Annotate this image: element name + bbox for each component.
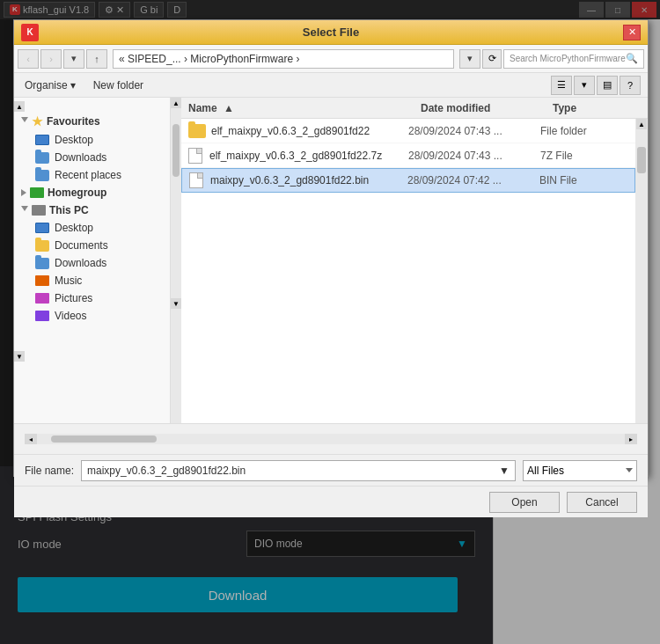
nav-scroll-down[interactable]: ▼ bbox=[171, 298, 181, 309]
filename-label: File name: bbox=[25, 465, 74, 477]
nav-item-desktop-fav[interactable]: Desktop bbox=[14, 131, 170, 149]
file-dialog: K Select File ✕ ‹ › ▾ ↑ « SIPEED_... › M… bbox=[13, 19, 649, 477]
search-box[interactable]: Search MicroPythonFirmware 🔍 bbox=[503, 49, 644, 69]
nav-scroll-up[interactable]: ▲ bbox=[171, 98, 181, 108]
pictures-icon bbox=[35, 293, 49, 304]
file-name-2: maixpy_v0.6.3_2_gd8901fd22.bin bbox=[210, 174, 407, 187]
recent-icon bbox=[35, 170, 49, 181]
back-btn[interactable]: ‹ bbox=[18, 49, 39, 69]
forward-icon: › bbox=[49, 54, 53, 64]
breadcrumb-bar[interactable]: « SIPEED_... › MicroPythonFirmware › bbox=[113, 49, 454, 69]
search-icon: 🔍 bbox=[626, 53, 638, 64]
documents-icon bbox=[35, 240, 49, 252]
file-type-2: BIN File bbox=[539, 174, 627, 187]
file-scrollbar-thumb[interactable] bbox=[637, 147, 646, 173]
dialog-close-btn[interactable]: ✕ bbox=[623, 25, 641, 40]
file-date-0: 28/09/2024 07:43 ... bbox=[408, 125, 540, 137]
breadcrumb-text: « SIPEED_... › MicroPythonFirmware › bbox=[119, 53, 299, 65]
downloads-pc-icon bbox=[35, 258, 49, 269]
filename-value: maixpy_v0.6.3_2_gd8901fd22.bin bbox=[87, 465, 246, 477]
horiz-scrollbar-thumb[interactable] bbox=[51, 435, 157, 443]
this-pc-label: This PC bbox=[49, 204, 89, 216]
col-type-header: Type bbox=[553, 102, 641, 114]
file-type-1: 7Z File bbox=[540, 150, 628, 162]
dropdown-nav-btn[interactable]: ▾ bbox=[63, 49, 84, 69]
this-pc-header[interactable]: This PC bbox=[14, 201, 170, 219]
music-icon bbox=[35, 275, 49, 286]
dialog-titlebar: K Select File ✕ bbox=[14, 20, 648, 45]
nav-item-videos[interactable]: Videos bbox=[14, 307, 170, 325]
search-placeholder: Search MicroPythonFirmware bbox=[510, 54, 626, 63]
filename-input[interactable]: maixpy_v0.6.3_2_gd8901fd22.bin ▼ bbox=[81, 460, 516, 481]
command-toolbar: Organise ▾ New folder ☰ ▾ ▤ ? bbox=[14, 73, 648, 98]
homegroup-header[interactable]: Homegroup bbox=[14, 184, 170, 201]
favourites-header[interactable]: ★ Favourites bbox=[14, 112, 170, 131]
scroll-down-arrow[interactable]: ▼ bbox=[14, 351, 25, 362]
file-name-1: elf_maixpy_v0.6.3_2_gd8901fd22.7z bbox=[209, 150, 408, 162]
file-list: elf_maixpy_v0.6.3_2_gd8901fd22 28/09/202… bbox=[181, 119, 635, 423]
forward-btn[interactable]: › bbox=[40, 49, 62, 69]
navigation-toolbar: ‹ › ▾ ↑ « SIPEED_... › MicroPythonFirmwa… bbox=[14, 45, 648, 73]
recent-label: Recent places bbox=[55, 169, 121, 181]
cancel-button[interactable]: Cancel bbox=[567, 492, 637, 513]
list-view-icon: ☰ bbox=[557, 79, 566, 91]
col-date-header: Date modified bbox=[421, 102, 553, 114]
file-vertical-scrollbar[interactable]: ▲ bbox=[635, 119, 648, 423]
dropdown-path-btn[interactable]: ▾ bbox=[459, 49, 480, 69]
table-row[interactable]: maixpy_v0.6.3_2_gd8901fd22.bin 28/09/202… bbox=[181, 168, 635, 193]
downloads-pc-label: Downloads bbox=[55, 257, 106, 269]
organise-dropdown-icon: ▾ bbox=[70, 79, 76, 91]
col-name-label: Name bbox=[188, 102, 217, 114]
nav-item-pictures[interactable]: Pictures bbox=[14, 289, 170, 307]
horizontal-scrollbar[interactable]: ◂ ▸ bbox=[25, 434, 637, 444]
preview-icon: ▤ bbox=[603, 79, 612, 91]
horizontal-scrollbar-bar: ◂ ▸ bbox=[14, 423, 648, 454]
up-icon: ↑ bbox=[94, 54, 99, 64]
file-date-1: 28/09/2024 07:43 ... bbox=[408, 150, 540, 162]
filename-row: File name: maixpy_v0.6.3_2_gd8901fd22.bi… bbox=[14, 454, 648, 486]
homegroup-icon bbox=[30, 187, 44, 198]
this-pc-expand-icon bbox=[21, 206, 28, 215]
nav-scrollbar[interactable]: ▲ ▼ bbox=[171, 98, 181, 423]
view-dropdown-btn[interactable]: ▾ bbox=[574, 76, 595, 95]
help-btn[interactable]: ? bbox=[620, 76, 641, 95]
dialog-logo: K bbox=[21, 24, 39, 41]
nav-item-downloads-pc[interactable]: Downloads bbox=[14, 254, 170, 272]
pictures-label: Pictures bbox=[55, 292, 92, 304]
view-buttons: ☰ ▾ ▤ ? bbox=[551, 76, 641, 95]
homegroup-expand-icon bbox=[21, 189, 26, 196]
new-folder-button[interactable]: New folder bbox=[86, 77, 150, 93]
nav-scrollbar-thumb[interactable] bbox=[172, 124, 180, 177]
horiz-scroll-right[interactable]: ▸ bbox=[625, 434, 637, 444]
nav-item-desktop-pc[interactable]: Desktop bbox=[14, 219, 170, 237]
favourites-star-icon: ★ bbox=[32, 114, 43, 128]
up-btn[interactable]: ↑ bbox=[86, 49, 107, 69]
file-type-0: File folder bbox=[540, 125, 628, 137]
videos-icon bbox=[35, 311, 49, 321]
organise-button[interactable]: Organise ▾ bbox=[21, 77, 79, 93]
filetype-select[interactable]: All Files bbox=[523, 460, 637, 481]
desktop-pc-icon bbox=[35, 223, 49, 233]
file-area: Name ▲ Date modified Type elf_maixpy_v0.… bbox=[181, 98, 648, 423]
preview-btn[interactable]: ▤ bbox=[597, 76, 618, 95]
table-row[interactable]: elf_maixpy_v0.6.3_2_gd8901fd22.7z 28/09/… bbox=[181, 143, 635, 168]
nav-item-recent[interactable]: Recent places bbox=[14, 166, 170, 184]
nav-item-downloads-fav[interactable]: Downloads bbox=[14, 149, 170, 166]
table-row[interactable]: elf_maixpy_v0.6.3_2_gd8901fd22 28/09/202… bbox=[181, 119, 635, 143]
horiz-scroll-left[interactable]: ◂ bbox=[25, 434, 37, 444]
dialog-body: ▲ ★ Favourites Desktop Downloads Recent … bbox=[14, 98, 648, 423]
doc-icon bbox=[189, 172, 203, 188]
documents-label: Documents bbox=[55, 239, 108, 252]
file-scroll-up[interactable]: ▲ bbox=[636, 119, 647, 129]
view-list-btn[interactable]: ☰ bbox=[551, 76, 572, 95]
scroll-up-arrow[interactable]: ▲ bbox=[14, 101, 25, 112]
open-button[interactable]: Open bbox=[489, 492, 560, 513]
music-label: Music bbox=[55, 274, 82, 287]
refresh-btn[interactable]: ⟳ bbox=[482, 49, 502, 69]
filetype-dropdown-arrow bbox=[626, 468, 633, 472]
nav-item-music[interactable]: Music bbox=[14, 272, 170, 289]
nav-item-documents[interactable]: Documents bbox=[14, 237, 170, 254]
file-date-2: 28/09/2024 07:42 ... bbox=[407, 174, 539, 187]
homegroup-label: Homegroup bbox=[48, 187, 106, 199]
back-icon: ‹ bbox=[26, 54, 30, 64]
